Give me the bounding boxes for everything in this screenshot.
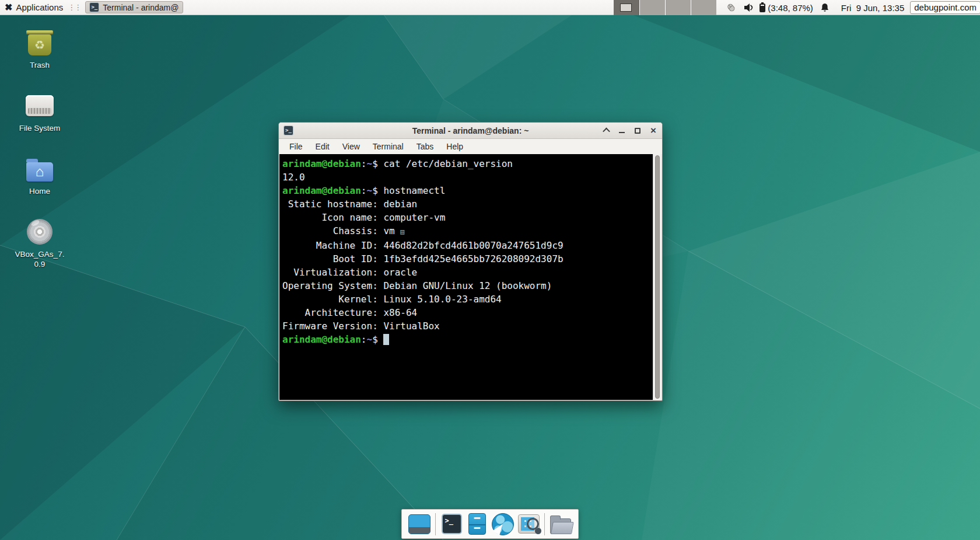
desktop-icon-trash[interactable]: Trash xyxy=(9,27,70,71)
menu-item-file[interactable]: File xyxy=(284,140,309,153)
volume-icon[interactable] xyxy=(743,2,754,13)
applications-menu-button[interactable]: ✖ Applications xyxy=(0,0,68,15)
terminal-body: arindam@debian:~$ cat /etc/debian_versio… xyxy=(279,154,662,400)
dock-separator xyxy=(435,513,436,535)
taskbar-button-terminal[interactable]: Terminal - arindam@de... xyxy=(85,1,183,13)
terminal-line: Virtualization: oracle xyxy=(282,266,652,279)
workspace-window-preview xyxy=(620,4,632,12)
maximize-icon xyxy=(635,128,640,134)
terminal-window: Terminal - arindam@debian: ~ × FileEditV… xyxy=(278,122,663,401)
menu-item-terminal[interactable]: Terminal xyxy=(367,140,410,153)
minimize-icon xyxy=(619,132,625,133)
workspace-1[interactable] xyxy=(614,0,639,15)
window-controls: × xyxy=(602,127,657,135)
applications-label: Applications xyxy=(16,2,63,12)
battery-icon xyxy=(760,4,765,12)
desktop-icon-label: Home xyxy=(13,187,66,197)
mouse-tray-icon[interactable] xyxy=(724,1,737,14)
terminal-icon xyxy=(89,2,99,12)
dock-item-web-browser[interactable] xyxy=(490,511,516,537)
dock-item-terminal[interactable] xyxy=(439,511,464,537)
close-button[interactable]: × xyxy=(649,127,657,135)
terminal-line: Icon name: computer-vm xyxy=(282,211,652,224)
taskbar-button-label: Terminal - arindam@de... xyxy=(103,3,179,12)
folder-icon xyxy=(550,518,571,534)
titlebar[interactable]: Terminal - arindam@debian: ~ × xyxy=(279,123,662,139)
chevron-up-icon xyxy=(603,128,610,135)
app-finder-icon xyxy=(518,514,540,534)
battery-label: (3:48, 87%) xyxy=(768,3,813,13)
workspace-3[interactable] xyxy=(665,0,691,15)
minimize-button[interactable] xyxy=(618,127,626,135)
terminal-icon xyxy=(442,514,462,534)
workspace-pager xyxy=(614,0,716,15)
menu-item-view[interactable]: View xyxy=(337,140,366,153)
terminal-viewport[interactable]: arindam@debian:~$ cat /etc/debian_versio… xyxy=(279,154,653,400)
window-terminal-icon xyxy=(284,126,293,135)
dock-separator xyxy=(544,513,545,535)
desktop-icon-disc[interactable]: VBox_GAs_7.0.9 xyxy=(9,216,70,270)
panel-right-section: (3:48, 87%) Fri 9 Jun, 13:35 debugpoint.… xyxy=(614,0,980,15)
shade-button[interactable] xyxy=(602,127,610,135)
menubar: FileEditViewTerminalTabsHelp xyxy=(279,139,662,154)
top-panel: ✖ Applications ⋮⋮ Terminal - arindam@de.… xyxy=(0,0,980,15)
clock[interactable]: Fri 9 Jun, 13:35 xyxy=(841,3,904,13)
desktop-icon-filesystem[interactable]: File System xyxy=(9,90,70,134)
desktop-icon-label: Trash xyxy=(13,61,66,71)
show-desktop-icon xyxy=(408,514,430,534)
terminal-line: arindam@debian:~$ xyxy=(282,333,652,346)
panel-handle[interactable]: ⋮⋮ xyxy=(68,3,80,12)
disc-icon xyxy=(27,219,52,245)
menu-item-edit[interactable]: Edit xyxy=(310,140,335,153)
terminal-line: Operating System: Debian GNU/Linux 12 (b… xyxy=(282,279,652,292)
menu-item-tabs[interactable]: Tabs xyxy=(411,140,440,153)
terminal-line: Boot ID: 1fb3efdd425e4665bb726208092d307… xyxy=(282,252,652,266)
dock-item-app-finder[interactable] xyxy=(516,511,541,537)
home-icon xyxy=(26,162,53,182)
terminal-line: Static hostname: debian xyxy=(282,197,652,211)
web-browser-icon xyxy=(492,513,514,535)
desktop-icon-home[interactable]: Home xyxy=(9,153,70,197)
file-manager-icon xyxy=(468,513,486,535)
terminal-line: arindam@debian:~$ hostnamectl xyxy=(282,184,652,197)
dock xyxy=(401,509,579,539)
dock-item-folder[interactable] xyxy=(548,511,573,537)
battery-indicator[interactable]: (3:48, 87%) xyxy=(760,3,813,13)
terminal-line: Kernel: Linux 5.10.0-23-amd64 xyxy=(282,292,652,306)
workspace-2[interactable] xyxy=(639,0,665,15)
workspace-4[interactable] xyxy=(691,0,716,15)
terminal-line: Machine ID: 446d82d2bfcd4d61b0070a247651… xyxy=(282,239,652,252)
scrollbar-thumb[interactable] xyxy=(655,155,660,399)
trash-icon xyxy=(28,34,51,55)
notification-bell-icon[interactable] xyxy=(820,2,830,13)
terminal-line: Chassis: vm ▤ xyxy=(282,224,652,239)
dock-items xyxy=(407,511,573,537)
maximize-button[interactable] xyxy=(634,127,642,135)
dock-item-file-manager[interactable] xyxy=(464,511,490,537)
filesystem-icon xyxy=(26,95,54,116)
menu-item-help[interactable]: Help xyxy=(440,140,469,153)
terminal-cursor xyxy=(383,334,389,345)
xfce-logo-icon: ✖ xyxy=(5,3,12,12)
genmon-widget[interactable]: debugpoint.com xyxy=(910,1,980,14)
desktop-icon-label: File System xyxy=(13,124,66,134)
terminal-output: arindam@debian:~$ cat /etc/debian_versio… xyxy=(282,157,652,346)
close-icon: × xyxy=(650,126,656,135)
terminal-line: arindam@debian:~$ cat /etc/debian_versio… xyxy=(282,157,652,170)
desktop-icon-label: VBox_GAs_7.0.9 xyxy=(13,250,66,270)
terminal-line: Architecture: x86-64 xyxy=(282,306,652,319)
terminal-line: 12.0 xyxy=(282,170,652,184)
terminal-line: Firmware Version: VirtualBox xyxy=(282,319,652,333)
dock-item-show-desktop[interactable] xyxy=(407,511,432,537)
scrollbar[interactable] xyxy=(653,154,662,400)
